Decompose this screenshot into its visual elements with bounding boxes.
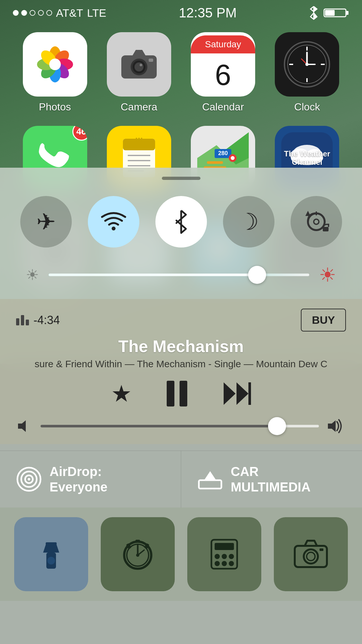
flashlight-button[interactable] <box>14 517 88 591</box>
volume-slider[interactable] <box>41 425 319 427</box>
photos-label: Photos <box>39 101 71 113</box>
svg-rect-40 <box>207 161 223 164</box>
app-camera[interactable]: Camera <box>103 32 174 113</box>
svg-point-67 <box>112 227 116 230</box>
star-icon: ★ <box>111 380 132 407</box>
weather-app-label: The Weather Channel <box>278 150 336 167</box>
brightness-min-icon: ☀ <box>26 266 39 284</box>
music-title: The Mechanism <box>16 337 346 356</box>
svg-point-29 <box>305 63 309 66</box>
star-button[interactable]: ★ <box>111 380 132 407</box>
shortcuts-row <box>0 508 362 601</box>
svg-marker-79 <box>18 420 26 432</box>
volume-min-icon <box>16 418 33 434</box>
time-label: 12:35 PM <box>179 5 237 20</box>
camera-shortcut-button[interactable] <box>274 517 348 591</box>
dnd-icon: ☽ <box>238 208 259 235</box>
svg-point-104 <box>215 561 220 566</box>
airdrop-section[interactable]: AirDrop: Everyone <box>0 451 181 508</box>
app-clock[interactable]: Clock <box>272 32 343 113</box>
signal-dot-3 <box>30 10 35 16</box>
brightness-slider[interactable] <box>49 274 309 276</box>
svg-point-101 <box>215 554 220 559</box>
bluetooth-toggle[interactable] <box>155 196 207 247</box>
clock-icon <box>283 40 331 89</box>
svg-rect-19 <box>149 59 153 62</box>
cc-toggles: ✈ ☽ <box>0 186 362 257</box>
airdrop-airplay-row: AirDrop: Everyone CAR MULTIMEDIA <box>0 451 362 508</box>
status-bar: AT&T LTE 12:35 PM <box>0 0 362 26</box>
wifi-icon <box>101 210 126 233</box>
svg-point-106 <box>229 561 234 566</box>
camera-label: Camera <box>121 101 157 113</box>
airdrop-icon <box>16 466 42 492</box>
wifi-toggle[interactable] <box>88 196 139 247</box>
calculator-icon <box>208 537 240 572</box>
svg-marker-14 <box>133 50 145 55</box>
pause-icon <box>164 379 190 408</box>
svg-marker-70 <box>305 211 311 216</box>
drag-handle <box>162 177 200 180</box>
music-time-remaining: -4:34 <box>33 313 60 327</box>
calendar-day-label: Saturday <box>205 39 241 50</box>
flashlight-icon <box>37 537 66 572</box>
svg-text:280: 280 <box>218 150 228 156</box>
app-photos[interactable]: Photos <box>19 32 90 113</box>
svg-rect-2 <box>346 11 348 15</box>
svg-point-95 <box>136 554 139 557</box>
svg-point-71 <box>314 219 319 224</box>
svg-point-109 <box>304 549 318 564</box>
svg-point-90 <box>47 557 55 565</box>
photos-icon <box>32 42 78 87</box>
svg-rect-100 <box>215 543 234 550</box>
ff-icon <box>222 381 251 406</box>
svg-point-17 <box>135 62 144 71</box>
phone-badge: 46 <box>72 126 87 141</box>
rotation-toggle[interactable] <box>291 196 342 247</box>
airplane-toggle[interactable]: ✈ <box>20 196 72 247</box>
app-calendar[interactable]: Saturday 6 Calendar <box>188 32 259 113</box>
svg-point-45 <box>231 156 235 160</box>
svg-rect-73 <box>323 227 329 231</box>
fast-forward-button[interactable] <box>222 381 251 406</box>
control-center: ✈ ☽ <box>0 168 362 644</box>
music-subtitle: sure & Friend Within — The Mechanism - S… <box>16 359 346 369</box>
brightness-control: ☀ ☀ <box>0 257 362 293</box>
bluetooth-status-icon <box>309 6 318 20</box>
carrier-label: AT&T <box>56 7 83 19</box>
pause-button[interactable] <box>164 379 190 408</box>
svg-rect-86 <box>199 480 221 489</box>
svg-marker-80 <box>328 420 336 432</box>
timer-icon <box>120 537 155 572</box>
airdrop-label: AirDrop: Everyone <box>50 464 107 495</box>
timer-button[interactable] <box>101 517 175 591</box>
bluetooth-icon <box>173 209 189 235</box>
battery-icon <box>323 6 349 19</box>
camera-icon <box>120 48 158 80</box>
music-player: -4:34 BUY The Mechanism sure & Friend Wi… <box>0 299 362 444</box>
calculator-button[interactable] <box>187 517 261 591</box>
svg-rect-75 <box>180 381 187 406</box>
svg-point-12 <box>49 59 61 70</box>
svg-rect-78 <box>248 382 251 405</box>
svg-rect-89 <box>46 542 57 545</box>
signal-dot-1 <box>13 10 19 16</box>
clock-label: Clock <box>294 101 320 113</box>
airplane-icon: ✈ <box>36 208 56 235</box>
svg-point-18 <box>140 64 142 66</box>
dnd-toggle[interactable]: ☽ <box>223 196 274 247</box>
rotation-icon <box>303 209 329 235</box>
buy-button[interactable]: BUY <box>301 309 346 331</box>
svg-marker-77 <box>237 382 248 405</box>
svg-rect-74 <box>167 381 174 406</box>
svg-rect-31 <box>123 139 155 150</box>
brightness-max-icon: ☀ <box>319 264 336 286</box>
airplay-icon <box>197 468 223 490</box>
camera-shortcut-icon <box>293 539 329 570</box>
calendar-date-label: 6 <box>215 61 231 89</box>
svg-point-84 <box>28 478 30 481</box>
svg-point-103 <box>229 554 234 559</box>
airplay-section[interactable]: CAR MULTIMEDIA <box>181 451 362 508</box>
cc-handle[interactable] <box>0 168 362 186</box>
svg-point-110 <box>307 552 315 561</box>
